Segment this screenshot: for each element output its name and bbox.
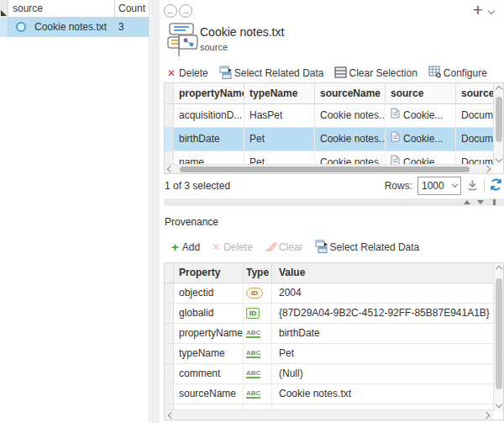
cell-type: ID (243, 304, 271, 323)
details-panel: ← → + Cookie notes.txt source (160, 0, 504, 423)
col-typeName[interactable]: typeName (244, 83, 315, 103)
cell-propertyName: acquisitionD... (174, 104, 244, 127)
configure-button[interactable]: Configure (428, 66, 487, 81)
panel-divider[interactable] (150, 0, 160, 423)
scroll-down-icon[interactable] (496, 401, 502, 408)
row-selector-cell[interactable] (165, 364, 174, 383)
select-related-data-button[interactable]: Select Related Data (315, 240, 420, 256)
scroll-right-icon[interactable] (483, 412, 490, 419)
row-selector-cell[interactable] (165, 324, 174, 343)
rows-combobox[interactable]: 1000 (417, 177, 461, 195)
vertical-scrollbar[interactable] (493, 83, 503, 166)
panel-splitter[interactable] (164, 198, 504, 206)
delete-row-button-disabled[interactable]: ✕ Delete (212, 241, 253, 253)
row-selector-cell[interactable] (165, 384, 174, 404)
col-property[interactable]: Property (174, 263, 243, 283)
table-status-bar: 1 of 3 selected Rows: 1000 (165, 177, 502, 197)
back-button[interactable]: ← (164, 4, 177, 18)
scroll-down-icon[interactable] (496, 156, 502, 162)
row-selector-cell[interactable] (165, 304, 174, 323)
scrollbar-thumb[interactable] (180, 167, 470, 172)
load-more-icon[interactable] (466, 178, 479, 193)
page-subtitle: source (200, 42, 228, 52)
toolbar-separator (484, 179, 485, 193)
clear-selection-button[interactable]: Clear Selection (334, 66, 417, 81)
column-divider[interactable] (114, 0, 115, 18)
col-source[interactable]: source (386, 83, 456, 103)
cell-type: ABC (243, 364, 271, 383)
scroll-right-icon[interactable] (484, 166, 491, 172)
row-selector-cell[interactable] (0, 18, 8, 37)
select-related-data-button[interactable]: Select Related Data (219, 66, 324, 82)
provenance-section-title: Provenance (165, 216, 218, 228)
splitter-up-icon[interactable] (464, 200, 470, 204)
delete-x-icon: ✕ (167, 67, 176, 79)
scroll-left-icon[interactable] (167, 166, 174, 172)
cell-type: ID (243, 283, 271, 303)
cell-value: Pet (271, 344, 503, 363)
col-type[interactable]: Type (243, 263, 271, 283)
add-row-button[interactable]: + Add (171, 241, 200, 253)
scroll-up-icon[interactable] (496, 266, 502, 272)
row-selector-cell[interactable] (165, 128, 174, 151)
table-row[interactable]: objectid ID 2004 (165, 283, 503, 304)
objectid-type-icon: ID (246, 288, 263, 299)
horizontal-scrollbar[interactable] (165, 410, 493, 420)
plus-icon: + (171, 242, 179, 252)
cell-type: ABC (243, 344, 271, 363)
scroll-up-icon[interactable] (496, 86, 502, 93)
table-row[interactable]: acquisitionD... HasPet Cookie notes... C… (165, 104, 503, 128)
delete-button[interactable]: ✕ Delete (167, 67, 208, 79)
cell-source: Cookie... (386, 104, 456, 127)
selection-count: 1 of 3 selected (165, 180, 230, 192)
add-dropdown-chevron-icon[interactable] (488, 8, 495, 14)
source-count: 3 (118, 18, 124, 37)
scrollbar-thumb[interactable] (496, 97, 502, 142)
combobox-chevron-icon (452, 182, 458, 188)
provenance-table-header: Property Type Value (165, 263, 503, 283)
table-row-selected[interactable]: birthDate Pet Cookie notes... Cookie... … (165, 128, 503, 151)
row-selector-cell[interactable] (165, 344, 174, 363)
table-row[interactable]: sourceName ABC Cookie notes.txt (165, 384, 503, 404)
vertical-scrollbar[interactable] (493, 263, 503, 411)
col-value[interactable]: Value (271, 263, 503, 283)
row-selector-cell[interactable] (165, 104, 174, 127)
splitter-handle-icon[interactable] (493, 199, 496, 205)
source-list-row-selected[interactable]: Cookie notes.txt 3 (0, 18, 149, 37)
refresh-icon[interactable] (490, 178, 502, 193)
grid-corner[interactable] (0, 0, 8, 18)
provenance-toolbar: + Add ✕ Delete Clear (171, 239, 419, 256)
cell-value: birthDate (271, 324, 503, 343)
document-icon (391, 104, 400, 127)
rows-control: Rows: 1000 (385, 177, 502, 195)
col-propertyName[interactable]: propertyName (174, 83, 244, 103)
select-related-data-icon (219, 66, 233, 82)
page-title: Cookie notes.txt (200, 25, 284, 39)
header-selector-cell[interactable] (165, 83, 174, 103)
forward-button[interactable]: → (179, 4, 192, 18)
cell-propertyName: birthDate (174, 128, 244, 151)
cell-value: 2004 (271, 283, 503, 303)
cell-type: ABC (243, 324, 271, 343)
header-selector-cell[interactable] (165, 263, 174, 283)
splitter-down-icon[interactable] (477, 200, 484, 204)
row-selector-cell[interactable] (165, 283, 174, 303)
cell-sourceName: Cookie notes... (315, 128, 386, 151)
scrollbar-thumb[interactable] (496, 278, 502, 389)
table-row[interactable]: comment ABC (Null) (165, 364, 503, 384)
table-row[interactable]: propertyName ABC birthDate (165, 324, 503, 344)
col-sourceName[interactable]: sourceName (315, 83, 386, 103)
clear-button-disabled[interactable]: Clear (265, 241, 303, 254)
cell-value: Cookie notes.txt (271, 384, 503, 404)
clear-selection-icon (334, 66, 347, 81)
column-header-source[interactable]: source (13, 0, 43, 18)
scroll-left-icon[interactable] (168, 412, 175, 419)
column-header-count[interactable]: Count (118, 0, 145, 18)
source-name: Cookie notes.txt (34, 18, 107, 37)
table-row[interactable]: globalid ID {87D29A04-9B2C-4512-92FF-85B… (165, 304, 503, 324)
cell-typeName: HasPet (244, 104, 315, 127)
cell-property: propertyName (174, 324, 243, 343)
table-row[interactable]: typeName ABC Pet (165, 344, 503, 364)
add-button[interactable]: + (473, 0, 483, 20)
horizontal-scrollbar[interactable] (165, 164, 493, 173)
